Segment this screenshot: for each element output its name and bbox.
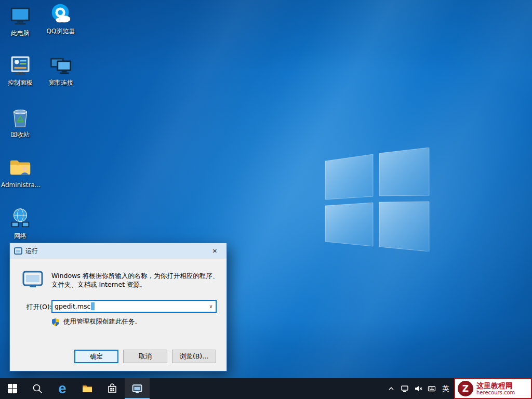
network-tray-icon — [401, 384, 409, 393]
this-pc-icon — [8, 4, 32, 28]
run-input-value: gpedit.msc — [55, 302, 90, 310]
ime-button[interactable] — [425, 378, 438, 399]
file-explorer-icon — [82, 383, 93, 394]
admin-note-row: 使用管理权限创建此任务。 — [51, 317, 141, 326]
run-dialog-titlebar[interactable]: 运行 × — [10, 243, 227, 259]
desktop-icon-network[interactable]: 网络 — [1, 207, 39, 240]
desktop-icon-label: 控制面板 — [1, 79, 39, 86]
run-app-icon — [131, 383, 143, 394]
watermark-domain: herecours.com — [476, 390, 515, 396]
desktop-icon-broadband[interactable]: 宽带连接 — [42, 54, 80, 86]
store-icon — [107, 383, 118, 394]
watermark-text: 这里教程网 herecours.com — [476, 381, 515, 396]
uac-shield-icon — [51, 318, 60, 326]
run-dialog-title: 运行 — [25, 247, 203, 256]
cancel-button[interactable]: 取消 — [123, 350, 167, 363]
search-button[interactable] — [25, 378, 50, 399]
control-panel-icon — [8, 54, 32, 77]
desktop-icon-administrator[interactable]: Administra... — [1, 156, 39, 189]
desktop-icon-control-panel[interactable]: 控制面板 — [1, 54, 39, 86]
run-input[interactable]: gpedit.msc ∨ — [51, 300, 217, 313]
run-dialog: 运行 × Windows 将根据你所输入的名称，为你打开相应的程序、文件夹、文档… — [9, 243, 227, 371]
windows-start-icon — [7, 383, 18, 394]
run-app-button[interactable] — [125, 378, 150, 399]
ok-button[interactable]: 确定 — [74, 350, 118, 363]
taskbar: e 英 — [0, 378, 532, 399]
start-button[interactable] — [0, 378, 25, 399]
watermark-logo: Z — [458, 381, 473, 396]
watermark-title: 这里教程网 — [476, 381, 515, 390]
chevron-down-icon[interactable]: ∨ — [206, 301, 216, 312]
broadband-connection-icon — [49, 54, 73, 77]
desktop-icon-recycle-bin[interactable]: 回收站 — [1, 105, 39, 138]
recycle-bin-icon — [8, 105, 32, 129]
qq-browser-icon — [49, 2, 73, 26]
language-indicator[interactable]: 英 — [438, 378, 453, 399]
ime-keyboard-icon — [428, 384, 436, 393]
search-icon — [32, 383, 43, 394]
run-dialog-description: Windows 将根据你所输入的名称，为你打开相应的程序、文件夹、文档或 Int… — [51, 271, 225, 289]
run-program-icon — [22, 270, 43, 288]
desktop-icon-label: Administra... — [1, 181, 39, 189]
text-caret — [91, 302, 95, 310]
tray-expand-button[interactable] — [384, 378, 398, 399]
admin-note-text: 使用管理权限创建此任务。 — [63, 317, 141, 326]
desktop-icon-label: 回收站 — [1, 131, 39, 138]
desktop-icon-label: 宽带连接 — [42, 79, 80, 86]
desktop-icon-label: QQ浏览器 — [42, 28, 80, 35]
desktop-icon-this-pc[interactable]: 此电脑 — [1, 4, 39, 37]
watermark: Z 这里教程网 herecours.com — [454, 378, 532, 399]
edge-icon: e — [58, 382, 66, 396]
run-dialog-title-icon — [14, 247, 22, 255]
chevron-up-icon — [387, 384, 395, 393]
desktop: 此电脑 QQ浏览器 控制面板 宽带连接 回收站 Administra... — [0, 0, 532, 399]
desktop-icon-label: 网络 — [1, 232, 39, 240]
close-icon[interactable]: × — [203, 243, 227, 259]
volume-muted-button[interactable] — [411, 378, 425, 399]
browse-button[interactable]: 浏览(B)... — [172, 350, 216, 363]
windows-logo-wallpaper — [321, 148, 433, 251]
network-icon — [8, 207, 32, 231]
dialog-buttons: 确定 取消 浏览(B)... — [74, 350, 216, 363]
edge-button[interactable]: e — [50, 378, 75, 399]
network-tray-button[interactable] — [398, 378, 411, 399]
store-button[interactable] — [100, 378, 125, 399]
desktop-icon-qq-browser[interactable]: QQ浏览器 — [42, 2, 80, 35]
open-label: 打开(O): — [26, 303, 52, 312]
file-explorer-button[interactable] — [75, 378, 100, 399]
taskbar-tray: 英 — [384, 378, 453, 399]
taskbar-left: e — [0, 378, 150, 399]
desktop-icon-label: 此电脑 — [1, 30, 39, 37]
volume-muted-icon — [414, 384, 422, 393]
administrator-folder-icon — [8, 156, 32, 180]
